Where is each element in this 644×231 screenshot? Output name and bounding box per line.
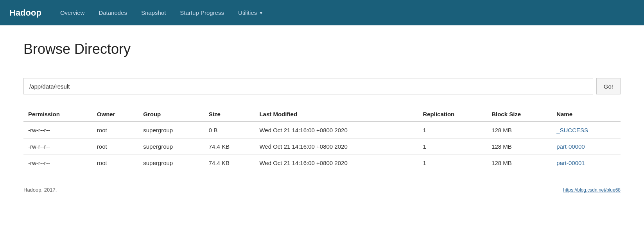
file-link[interactable]: _SUCCESS xyxy=(556,127,588,133)
path-input[interactable] xyxy=(23,78,593,94)
cell-name[interactable]: _SUCCESS xyxy=(552,122,621,139)
cell-size: 74.4 KB xyxy=(204,155,255,171)
cell-block-size: 128 MB xyxy=(487,155,552,171)
col-owner: Owner xyxy=(92,107,138,122)
nav-link-datanodes[interactable]: Datanodes xyxy=(91,0,134,25)
cell-last-modified: Wed Oct 21 14:16:00 +0800 2020 xyxy=(255,139,418,155)
table-row: -rw-r--r--rootsupergroup0 BWed Oct 21 14… xyxy=(23,122,621,139)
cell-permission: -rw-r--r-- xyxy=(23,155,92,171)
nav-link-overview[interactable]: Overview xyxy=(53,0,92,25)
navbar: Hadoop Overview Datanodes Snapshot Start… xyxy=(0,0,644,25)
footer: Hadoop, 2017. https://blog.csdn.net/blue… xyxy=(23,187,621,193)
cell-permission: -rw-r--r-- xyxy=(23,139,92,155)
cell-replication: 1 xyxy=(418,122,487,139)
col-name: Name xyxy=(552,107,621,122)
col-group: Group xyxy=(138,107,204,122)
col-last-modified: Last Modified xyxy=(255,107,418,122)
cell-owner: root xyxy=(92,155,138,171)
nav-links: Overview Datanodes Snapshot Startup Prog… xyxy=(53,0,270,25)
nav-link-snapshot[interactable]: Snapshot xyxy=(134,0,173,25)
cell-last-modified: Wed Oct 21 14:16:00 +0800 2020 xyxy=(255,122,418,139)
go-button[interactable]: Go! xyxy=(596,78,621,94)
cell-replication: 1 xyxy=(418,139,487,155)
main-content: Browse Directory Go! Permission Owner Gr… xyxy=(0,25,644,231)
cell-group: supergroup xyxy=(138,139,204,155)
table-row: -rw-r--r--rootsupergroup74.4 KBWed Oct 2… xyxy=(23,155,621,171)
path-row: Go! xyxy=(23,78,621,94)
chevron-down-icon: ▼ xyxy=(259,11,263,15)
nav-link-startup-progress[interactable]: Startup Progress xyxy=(173,0,231,25)
nav-link-utilities[interactable]: Utilities ▼ xyxy=(231,0,270,25)
page-title: Browse Directory xyxy=(23,41,621,57)
col-permission: Permission xyxy=(23,107,92,122)
nav-link-utilities-label: Utilities xyxy=(238,9,257,16)
directory-table: Permission Owner Group Size Last Modifie… xyxy=(23,107,621,171)
navbar-brand[interactable]: Hadoop xyxy=(9,8,41,18)
cell-replication: 1 xyxy=(418,155,487,171)
footer-copyright: Hadoop, 2017. xyxy=(23,187,57,193)
col-block-size: Block Size xyxy=(487,107,552,122)
cell-name[interactable]: part-00001 xyxy=(552,155,621,171)
cell-block-size: 128 MB xyxy=(487,122,552,139)
cell-owner: root xyxy=(92,139,138,155)
col-replication: Replication xyxy=(418,107,487,122)
divider xyxy=(23,67,621,67)
table-header: Permission Owner Group Size Last Modifie… xyxy=(23,107,621,122)
table-row: -rw-r--r--rootsupergroup74.4 KBWed Oct 2… xyxy=(23,139,621,155)
cell-size: 0 B xyxy=(204,122,255,139)
table-header-row: Permission Owner Group Size Last Modifie… xyxy=(23,107,621,122)
table-body: -rw-r--r--rootsupergroup0 BWed Oct 21 14… xyxy=(23,122,621,171)
cell-group: supergroup xyxy=(138,155,204,171)
cell-name[interactable]: part-00000 xyxy=(552,139,621,155)
file-link[interactable]: part-00000 xyxy=(556,143,585,150)
footer-link[interactable]: https://blog.csdn.net/blue68 xyxy=(563,187,621,193)
cell-permission: -rw-r--r-- xyxy=(23,122,92,139)
cell-last-modified: Wed Oct 21 14:16:00 +0800 2020 xyxy=(255,155,418,171)
cell-size: 74.4 KB xyxy=(204,139,255,155)
col-size: Size xyxy=(204,107,255,122)
cell-group: supergroup xyxy=(138,122,204,139)
cell-block-size: 128 MB xyxy=(487,139,552,155)
cell-owner: root xyxy=(92,122,138,139)
file-link[interactable]: part-00001 xyxy=(556,160,585,166)
